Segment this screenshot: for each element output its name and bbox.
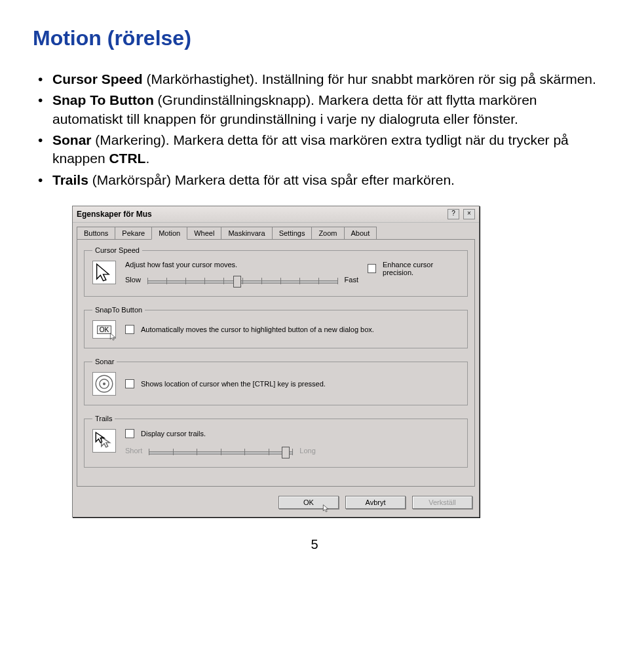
trails-label: Display cursor trails. xyxy=(141,430,206,438)
sonar-icon xyxy=(92,372,116,396)
doc-bullet: Snap To Button (Grundinställningsknapp).… xyxy=(52,91,596,128)
enhance-precision-label: Enhance cursor precision. xyxy=(383,261,459,276)
cursor-speed-desc: Adjust how fast your cursor moves. xyxy=(125,261,358,269)
help-button[interactable]: ? xyxy=(448,209,459,219)
fast-label: Fast xyxy=(345,276,358,284)
group-cursor-speed: Cursor Speed Adjust how fast your cursor… xyxy=(84,246,468,297)
sonar-label: Shows location of cursor when the [CTRL]… xyxy=(141,380,326,388)
trails-icon xyxy=(92,429,116,453)
dialog-title: Egenskaper för Mus xyxy=(77,210,444,219)
mouse-properties-dialog: Egenskaper för Mus ? × Buttons Pekare Mo… xyxy=(72,206,480,517)
tab-about[interactable]: About xyxy=(344,227,377,239)
group-sonar: Sonar Shows location of cursor when the … xyxy=(84,358,468,405)
group-legend: Cursor Speed xyxy=(92,246,142,254)
doc-bullet: Sonar (Markering). Markera detta för att… xyxy=(52,131,596,168)
apply-button[interactable]: Verkställ xyxy=(412,496,472,509)
tab-panel-motion: Cursor Speed Adjust how fast your cursor… xyxy=(77,239,475,487)
tab-settings[interactable]: Settings xyxy=(272,227,313,239)
group-legend: Trails xyxy=(92,415,115,422)
snapto-icon: OK xyxy=(92,320,116,339)
group-legend: SnapTo Button xyxy=(92,306,145,314)
group-trails: Trails Display cursor trails. Short xyxy=(84,415,468,468)
trails-checkbox[interactable] xyxy=(125,429,134,438)
tab-zoom[interactable]: Zoom xyxy=(311,227,344,239)
enhance-precision-checkbox[interactable] xyxy=(368,264,376,273)
tab-strip: Buttons Pekare Motion Wheel Maskinvara S… xyxy=(73,223,479,239)
doc-bullet-list: Cursor Speed (Markörhastighet). Inställn… xyxy=(33,70,596,189)
page-number: 5 xyxy=(33,537,596,552)
sonar-checkbox[interactable] xyxy=(125,379,134,388)
close-button[interactable]: × xyxy=(463,209,475,219)
tab-wheel[interactable]: Wheel xyxy=(187,227,221,239)
slow-label: Slow xyxy=(125,276,141,284)
cancel-button[interactable]: Avbryt xyxy=(345,496,406,509)
short-label: Short xyxy=(125,447,142,455)
trails-length-slider[interactable] xyxy=(149,446,293,458)
ok-button[interactable]: OK xyxy=(278,496,339,509)
snapto-label: Automatically moves the cursor to highli… xyxy=(141,326,374,333)
group-snapto: SnapTo Button OK Automatically moves the… xyxy=(84,306,468,348)
doc-bullet: Cursor Speed (Markörhastighet). Inställn… xyxy=(52,70,596,88)
group-legend: Sonar xyxy=(92,358,117,365)
tab-maskinvara[interactable]: Maskinvara xyxy=(221,227,272,239)
cursor-speed-slider[interactable] xyxy=(147,275,338,287)
tab-buttons[interactable]: Buttons xyxy=(77,227,115,239)
long-label: Long xyxy=(299,447,315,455)
svg-point-2 xyxy=(103,383,105,385)
page-heading: Motion (rörelse) xyxy=(33,26,596,50)
doc-bullet: Trails (Markörspår) Markera detta för at… xyxy=(52,171,596,189)
dialog-button-row: OK Avbryt Verkställ xyxy=(73,491,479,517)
tab-motion[interactable]: Motion xyxy=(151,227,187,240)
cursor-speed-icon xyxy=(92,261,116,284)
dialog-titlebar: Egenskaper för Mus ? × xyxy=(73,206,479,223)
tab-pekare[interactable]: Pekare xyxy=(115,227,152,239)
snapto-checkbox[interactable] xyxy=(125,325,134,334)
